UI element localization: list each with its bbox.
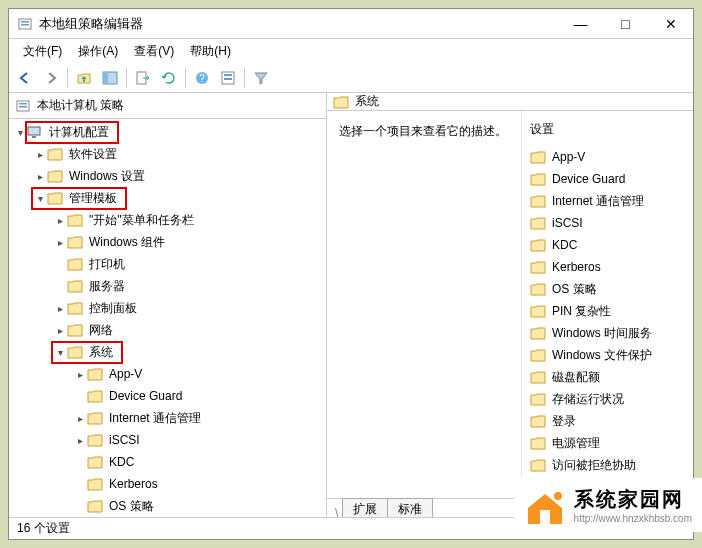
toolbar-separator (67, 68, 68, 88)
list-item-label: 访问被拒绝协助 (552, 457, 636, 474)
folder-icon (67, 300, 83, 316)
chevron-down-icon[interactable]: ▾ (53, 347, 67, 358)
forward-button[interactable] (39, 66, 63, 90)
svg-rect-4 (103, 72, 108, 84)
list-item[interactable]: App-V (522, 146, 693, 168)
folder-icon (530, 171, 546, 187)
list-item[interactable]: Device Guard (522, 168, 693, 190)
export-button[interactable] (131, 66, 155, 90)
chevron-right-icon[interactable]: ▸ (53, 215, 67, 226)
chevron-right-icon[interactable]: ▸ (73, 413, 87, 424)
folder-icon (47, 146, 63, 162)
list-item[interactable]: OS 策略 (522, 278, 693, 300)
policy-tree[interactable]: ▾ 计算机配置 ▸ 软件设置 ▸ Windows 设置 (9, 119, 326, 517)
list-item[interactable]: Kerberos (522, 256, 693, 278)
folder-icon (87, 476, 103, 492)
list-item[interactable]: 登录 (522, 410, 693, 432)
tree-item-device-guard[interactable]: Device Guard (9, 385, 326, 407)
title-text: 本地组策略编辑器 (39, 15, 558, 33)
tab-extended[interactable]: 扩展 (342, 498, 388, 517)
content-area: 本地计算机 策略 ▾ 计算机配置 ▸ 软件设置 ▸ (9, 93, 693, 517)
tree-item-appv[interactable]: ▸App-V (9, 363, 326, 385)
folder-icon (67, 212, 83, 228)
tree-item-network[interactable]: ▸ 网络 (9, 319, 326, 341)
tree-item-win-components[interactable]: ▸ Windows 组件 (9, 231, 326, 253)
properties-button[interactable] (216, 66, 240, 90)
list-header: 设置 (522, 117, 693, 146)
folder-icon (530, 435, 546, 451)
tree-item-kdc[interactable]: KDC (9, 451, 326, 473)
chevron-right-icon[interactable]: ▸ (53, 237, 67, 248)
arrow-right-icon (43, 70, 59, 86)
tree-item-windows-settings[interactable]: ▸ Windows 设置 (9, 165, 326, 187)
back-button[interactable] (13, 66, 37, 90)
menu-file[interactable]: 文件(F) (17, 41, 68, 62)
tree-item-system[interactable]: ▾ 系统 (9, 341, 326, 363)
tree-item-iscsi[interactable]: ▸iSCSI (9, 429, 326, 451)
minimize-button[interactable]: — (558, 9, 603, 39)
menu-help[interactable]: 帮助(H) (184, 41, 237, 62)
tree-item-start-menu[interactable]: ▸ "开始"菜单和任务栏 (9, 209, 326, 231)
list-item[interactable]: 访问被拒绝协助 (522, 454, 693, 476)
svg-rect-14 (28, 127, 40, 135)
tree-item-admin-templates[interactable]: ▾ 管理模板 (9, 187, 326, 209)
menu-action[interactable]: 操作(A) (72, 41, 124, 62)
refresh-button[interactable] (157, 66, 181, 90)
tree-item-os-policy[interactable]: OS 策略 (9, 495, 326, 517)
help-button[interactable]: ? (190, 66, 214, 90)
properties-icon (220, 70, 236, 86)
details-header: 系统 (327, 93, 693, 111)
chevron-right-icon[interactable]: ▸ (53, 303, 67, 314)
menu-view[interactable]: 查看(V) (128, 41, 180, 62)
folder-icon (530, 413, 546, 429)
list-item[interactable]: 磁盘配额 (522, 366, 693, 388)
folder-open-icon (67, 344, 83, 360)
tree-item-computer-config[interactable]: ▾ 计算机配置 (9, 121, 326, 143)
filter-button[interactable] (249, 66, 273, 90)
list-item[interactable]: 电源管理 (522, 432, 693, 454)
settings-list[interactable]: 设置 App-VDevice GuardInternet 通信管理iSCSIKD… (521, 111, 693, 498)
app-icon (17, 16, 33, 32)
list-item[interactable]: Internet 通信管理 (522, 190, 693, 212)
folder-icon (47, 190, 63, 206)
list-item-label: Kerberos (552, 260, 601, 274)
tree-item-control-panel[interactable]: ▸ 控制面板 (9, 297, 326, 319)
list-item-label: 登录 (552, 413, 576, 430)
tree-item-servers[interactable]: 服务器 (9, 275, 326, 297)
details-title: 系统 (355, 93, 379, 110)
tree-item-software-settings[interactable]: ▸ 软件设置 (9, 143, 326, 165)
tree-item-kerberos[interactable]: Kerberos (9, 473, 326, 495)
chevron-right-icon[interactable]: ▸ (33, 149, 47, 160)
maximize-button[interactable]: □ (603, 9, 648, 39)
list-item[interactable]: iSCSI (522, 212, 693, 234)
list-item-label: OS 策略 (552, 281, 597, 298)
list-item[interactable]: Windows 时间服务 (522, 322, 693, 344)
show-tree-button[interactable] (98, 66, 122, 90)
list-item[interactable]: KDC (522, 234, 693, 256)
tree-item-internet-comm[interactable]: ▸Internet 通信管理 (9, 407, 326, 429)
chevron-down-icon[interactable]: ▾ (33, 193, 47, 204)
close-button[interactable]: ✕ (648, 9, 693, 39)
tree-item-printers[interactable]: 打印机 (9, 253, 326, 275)
tree-label: Windows 设置 (67, 167, 147, 186)
tab-standard[interactable]: 标准 (387, 498, 433, 517)
svg-rect-16 (540, 510, 550, 524)
up-button[interactable] (72, 66, 96, 90)
folder-icon (530, 391, 546, 407)
folder-icon (530, 193, 546, 209)
list-item[interactable]: PIN 复杂性 (522, 300, 693, 322)
chevron-right-icon[interactable]: ▸ (53, 325, 67, 336)
svg-rect-13 (19, 106, 27, 108)
refresh-icon (161, 70, 177, 86)
folder-icon (530, 325, 546, 341)
tree-label: 管理模板 (67, 189, 119, 208)
chevron-right-icon[interactable]: ▸ (73, 435, 87, 446)
svg-text:?: ? (199, 73, 205, 84)
svg-rect-10 (224, 78, 232, 80)
list-item[interactable]: 存储运行状况 (522, 388, 693, 410)
chevron-right-icon[interactable]: ▸ (73, 369, 87, 380)
list-item[interactable]: Windows 文件保护 (522, 344, 693, 366)
folder-icon (87, 366, 103, 382)
chevron-right-icon[interactable]: ▸ (33, 171, 47, 182)
toolbar-separator (185, 68, 186, 88)
